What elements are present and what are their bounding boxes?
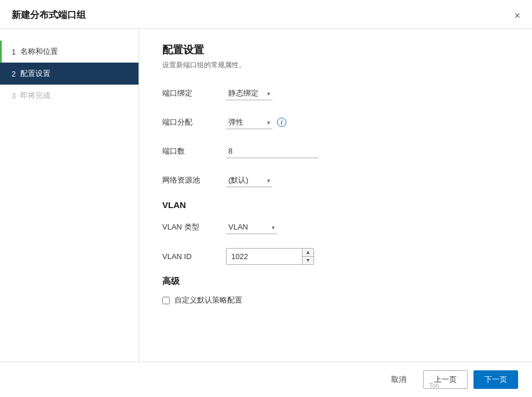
vlan-id-row: VLAN ID ▲ ▼ [162, 247, 509, 265]
dialog-title: 新建分布式端口组 [12, 9, 86, 21]
main-content: 配置设置 设置新端口组的常规属性。 端口绑定 静态绑定 动态绑定 临时 ▾ [139, 29, 532, 362]
vlan-type-select-wrapper: VLAN 无 中继 专用 VLAN ▾ [226, 220, 277, 234]
network-pool-select-wrapper: (默认) ▾ [226, 173, 272, 187]
port-count-control [226, 144, 319, 158]
vlan-id-decrement-button[interactable]: ▼ [303, 257, 314, 264]
port-binding-select[interactable]: 静态绑定 动态绑定 临时 [226, 86, 272, 100]
step2-number: 2 [12, 70, 16, 78]
advanced-section-label: 高级 [162, 276, 509, 287]
prev-button[interactable]: 上一页 [423, 370, 468, 389]
vlan-id-label: VLAN ID [162, 252, 226, 261]
custom-policy-row: 自定义默认策略配置 [162, 295, 509, 305]
network-pool-select[interactable]: (默认) [226, 173, 272, 187]
sidebar-item-step1[interactable]: 1 名称和位置 [0, 41, 139, 63]
vlan-id-spinners: ▲ ▼ [302, 249, 314, 264]
sidebar-item-step3[interactable]: 3 即将完成 [0, 85, 139, 107]
port-allocation-label: 端口分配 [162, 117, 226, 128]
next-button[interactable]: 下一页 [473, 370, 518, 389]
network-pool-control: (默认) ▾ [226, 173, 272, 187]
step2-label: 配置设置 [20, 68, 50, 79]
step3-number: 3 [12, 92, 16, 100]
dialog-footer: 取消 上一页 下一页 [0, 362, 532, 397]
dialog-body: 1 名称和位置 2 配置设置 3 即将完成 配置设置 设置新端口组的常规属性。 … [0, 29, 532, 362]
port-allocation-control: 弹性 固定 ▾ i [226, 115, 286, 129]
step1-number: 1 [12, 48, 16, 56]
network-pool-row: 网络资源池 (默认) ▾ [162, 171, 509, 190]
port-allocation-select[interactable]: 弹性 固定 [226, 115, 272, 129]
port-binding-row: 端口绑定 静态绑定 动态绑定 临时 ▾ [162, 84, 509, 103]
vlan-type-control: VLAN 无 中继 专用 VLAN ▾ [226, 220, 277, 234]
section-desc: 设置新端口组的常规属性。 [162, 60, 509, 70]
section-title: 配置设置 [162, 43, 509, 57]
port-count-row: 端口数 [162, 142, 509, 161]
port-allocation-select-wrapper: 弹性 固定 ▾ [226, 115, 272, 129]
vlan-type-select[interactable]: VLAN 无 中继 专用 VLAN [226, 220, 277, 234]
sidebar-item-step2[interactable]: 2 配置设置 [0, 63, 139, 85]
step3-label: 即将完成 [20, 90, 50, 101]
vlan-id-increment-button[interactable]: ▲ [303, 249, 314, 257]
custom-policy-checkbox[interactable] [162, 297, 170, 304]
vlan-id-control: ▲ ▼ [226, 248, 314, 265]
step1-label: 名称和位置 [20, 46, 58, 57]
port-binding-control: 静态绑定 动态绑定 临时 ▾ [226, 86, 272, 100]
custom-policy-label: 自定义默认策略配置 [174, 295, 242, 305]
port-binding-label: 端口绑定 [162, 88, 226, 99]
port-binding-select-wrapper: 静态绑定 动态绑定 临时 ▾ [226, 86, 272, 100]
dialog-header: 新建分布式端口组 × [0, 0, 532, 29]
vlan-type-label: VLAN 类型 [162, 222, 226, 232]
vlan-id-input[interactable] [227, 250, 302, 263]
cancel-button[interactable]: 取消 [380, 370, 417, 389]
port-count-label: 端口数 [162, 146, 226, 156]
vlan-section-label: VLAN [162, 200, 509, 210]
port-allocation-row: 端口分配 弹性 固定 ▾ i [162, 113, 509, 132]
close-button[interactable]: × [514, 10, 520, 21]
sidebar: 1 名称和位置 2 配置设置 3 即将完成 [0, 29, 139, 362]
port-allocation-info-icon[interactable]: i [277, 118, 286, 127]
dialog: 新建分布式端口组 × 1 名称和位置 2 配置设置 3 即将完成 配置设置 [0, 0, 532, 397]
vlan-type-row: VLAN 类型 VLAN 无 中继 专用 VLAN ▾ [162, 218, 509, 236]
vlan-id-input-wrapper: ▲ ▼ [226, 248, 314, 265]
network-pool-label: 网络资源池 [162, 175, 226, 185]
port-count-input[interactable] [226, 144, 319, 158]
